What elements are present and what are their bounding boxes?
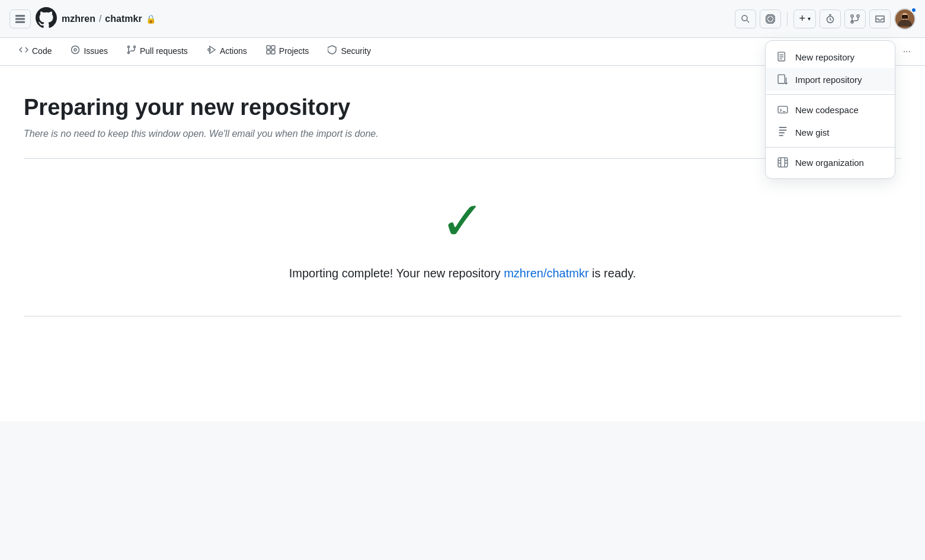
tab-issues-label: Issues xyxy=(84,46,107,56)
search-button[interactable] xyxy=(735,9,756,28)
github-logo-link[interactable] xyxy=(36,7,57,30)
breadcrumb-repo[interactable]: chatmkr xyxy=(105,14,142,24)
svg-rect-0 xyxy=(15,15,25,17)
dropdown-item-new-organization[interactable]: New organization xyxy=(766,151,895,174)
import-icon xyxy=(777,74,788,85)
svg-point-18 xyxy=(133,46,135,48)
tab-code[interactable]: Code xyxy=(9,38,61,65)
svg-rect-26 xyxy=(271,50,275,54)
issues-icon xyxy=(71,45,80,57)
svg-rect-1 xyxy=(15,18,25,20)
svg-point-13 xyxy=(902,16,904,18)
dropdown-new-organization-label: New organization xyxy=(795,158,864,168)
menu-button[interactable] xyxy=(9,9,31,28)
chevron-down-icon: ▾ xyxy=(808,15,811,22)
dropdown-new-codespace-label: New codespace xyxy=(795,105,859,115)
pull-requests-icon xyxy=(127,45,136,57)
tab-security[interactable]: Security xyxy=(318,38,380,65)
projects-icon xyxy=(266,45,276,57)
checkmark-container: ✓ xyxy=(24,194,901,248)
svg-line-34 xyxy=(780,110,782,111)
lock-icon: 🔒 xyxy=(146,14,156,24)
dropdown-item-new-codespace[interactable]: New codespace xyxy=(766,98,895,121)
header-left: mzhren / chatmkr 🔒 xyxy=(9,7,730,30)
success-prefix: Importing complete! Your new repository xyxy=(289,267,504,280)
svg-rect-23 xyxy=(267,46,270,49)
svg-point-3 xyxy=(742,15,747,21)
notification-dot xyxy=(911,7,917,13)
svg-point-7 xyxy=(857,15,859,17)
svg-point-16 xyxy=(74,49,76,51)
repo-link[interactable]: mzhren/chatmkr xyxy=(504,267,588,280)
breadcrumb-user[interactable]: mzhren xyxy=(62,14,95,24)
dropdown-divider-1 xyxy=(766,94,895,95)
svg-point-15 xyxy=(72,46,79,54)
user-avatar-container[interactable] xyxy=(894,8,916,30)
site-header: mzhren / chatmkr 🔒 + ▾ xyxy=(0,0,925,38)
dropdown-import-repository-label: Import repository xyxy=(795,75,862,85)
dropdown-divider-2 xyxy=(766,147,895,148)
svg-rect-25 xyxy=(267,50,270,54)
repo-icon xyxy=(777,52,788,62)
bottom-divider xyxy=(24,316,901,316)
security-icon xyxy=(328,45,337,57)
more-tabs-button[interactable]: ··· xyxy=(898,39,916,64)
pull-requests-button[interactable] xyxy=(844,9,866,28)
svg-point-22 xyxy=(208,49,210,51)
tab-actions[interactable]: Actions xyxy=(197,38,257,65)
tab-issues[interactable]: Issues xyxy=(61,38,117,65)
plus-icon: + xyxy=(799,12,805,25)
inbox-button[interactable] xyxy=(869,9,891,28)
tab-code-label: Code xyxy=(32,46,52,56)
codespace-icon xyxy=(777,104,788,115)
breadcrumb-separator: / xyxy=(99,14,101,24)
success-suffix: is ready. xyxy=(589,267,636,280)
breadcrumb: mzhren / chatmkr 🔒 xyxy=(62,14,156,24)
svg-rect-31 xyxy=(778,75,785,84)
tab-actions-label: Actions xyxy=(220,46,247,56)
create-menu-button[interactable]: + ▾ xyxy=(793,9,816,28)
copilot-button[interactable] xyxy=(760,9,781,28)
org-icon xyxy=(777,157,788,168)
actions-icon xyxy=(207,45,216,57)
svg-rect-2 xyxy=(15,21,25,23)
svg-rect-36 xyxy=(778,158,788,167)
dropdown-item-import-repository[interactable]: Import repository xyxy=(766,68,895,91)
dropdown-item-new-repository[interactable]: New repository xyxy=(766,46,895,68)
header-divider xyxy=(787,12,788,26)
svg-line-4 xyxy=(747,20,750,23)
tab-projects[interactable]: Projects xyxy=(257,38,319,65)
gist-icon xyxy=(777,127,788,137)
dropdown-new-repository-label: New repository xyxy=(795,52,854,62)
create-dropdown-menu: New repository Import repository New cod… xyxy=(765,40,895,179)
code-icon xyxy=(19,45,28,57)
svg-point-17 xyxy=(127,46,129,48)
tab-pull-requests[interactable]: Pull requests xyxy=(117,38,197,65)
header-right: + ▾ xyxy=(735,8,916,30)
more-tabs-icon: ··· xyxy=(903,46,911,56)
svg-point-14 xyxy=(906,16,908,18)
tab-security-label: Security xyxy=(341,46,371,56)
timer-button[interactable] xyxy=(820,9,841,28)
tab-projects-label: Projects xyxy=(279,46,309,56)
success-checkmark: ✓ xyxy=(440,194,485,248)
success-message: Importing complete! Your new repository … xyxy=(24,267,901,280)
svg-rect-24 xyxy=(271,46,275,49)
svg-point-6 xyxy=(851,15,853,17)
tab-pull-requests-label: Pull requests xyxy=(140,46,188,56)
dropdown-item-new-gist[interactable]: New gist xyxy=(766,121,895,143)
dropdown-new-gist-label: New gist xyxy=(795,127,830,137)
